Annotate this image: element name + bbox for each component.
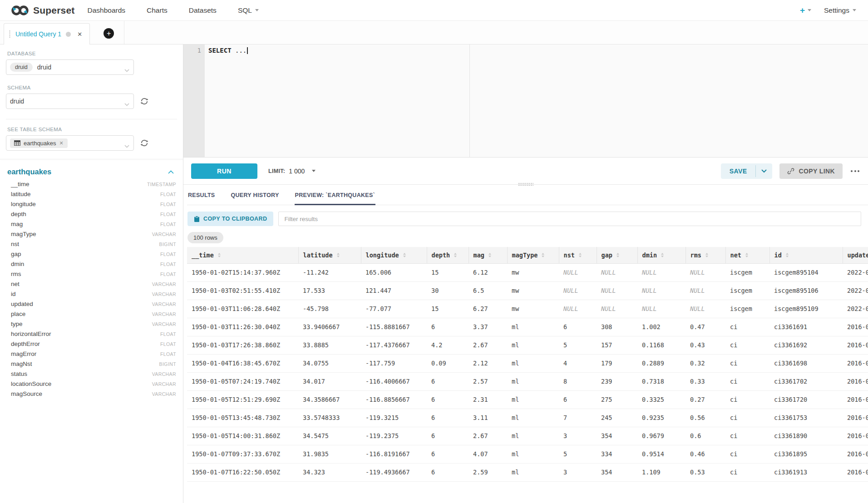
collapse-table-icon[interactable] (166, 169, 176, 175)
column-type: TIMESTAMP (147, 182, 176, 187)
table-cell: 6 (427, 445, 469, 463)
column-name: updated (11, 301, 33, 307)
column-name: gap (11, 251, 21, 257)
results-controls: COPY TO CLIPBOARD (187, 212, 861, 226)
tab-results[interactable]: RESULTS (187, 192, 216, 205)
copy-link-label: COPY LINK (799, 168, 835, 175)
grid-column-header-time[interactable]: __time (187, 247, 298, 263)
grid-column-header-updated[interactable]: updated (843, 247, 868, 263)
limit-dropdown[interactable]: LIMIT: 1 000 (268, 168, 316, 175)
refresh-schemas-icon[interactable] (140, 97, 148, 105)
column-type: FLOAT (160, 212, 176, 217)
column-name: type (11, 321, 23, 327)
sort-icon[interactable] (616, 253, 619, 258)
schema-column-row: dminFLOAT (6, 261, 177, 271)
grid-column-header-longitude[interactable]: longitude (361, 247, 427, 263)
table-cell: 0.46 (686, 445, 725, 463)
remove-table-icon[interactable]: ✕ (59, 140, 64, 146)
tab-query-history[interactable]: QUERY HISTORY (231, 192, 280, 205)
column-name: magSource (11, 390, 42, 397)
table-cell: 2.12 (469, 354, 507, 372)
table-cell: 0.9514 (637, 445, 686, 463)
table-cell: ci3361720 (769, 390, 843, 409)
column-type: VARCHAR (152, 291, 176, 297)
table-cell: 0.2889 (637, 354, 686, 372)
grid-column-header-net[interactable]: net (725, 247, 769, 263)
close-tab-icon[interactable]: ✕ (77, 31, 82, 38)
nav-charts[interactable]: Charts (147, 6, 168, 15)
column-type: VARCHAR (152, 321, 176, 327)
column-name: latitude (11, 191, 31, 197)
nav-sql-menu[interactable]: SQL (238, 6, 259, 15)
sort-icon[interactable] (454, 253, 457, 258)
save-button[interactable]: SAVE (721, 163, 756, 179)
sort-icon[interactable] (337, 253, 340, 258)
save-options-button[interactable] (756, 163, 772, 179)
table-cell: ml (507, 463, 559, 481)
drag-handle-icon[interactable] (9, 30, 11, 38)
sql-editor[interactable]: 1 SELECT ... (183, 44, 868, 158)
grid-column-header-latitude[interactable]: latitude (298, 247, 361, 263)
column-name: horizontalError (11, 330, 51, 337)
grid-column-header-mag[interactable]: mag (469, 247, 507, 263)
copy-link-button[interactable]: COPY LINK (779, 163, 843, 179)
query-tab-active[interactable]: Untitled Query 1 ✕ (4, 23, 90, 44)
table-select[interactable]: earthquakes ✕ (6, 135, 134, 151)
database-select[interactable]: druid druid (6, 59, 134, 75)
table-cell: 245 (597, 409, 637, 427)
column-type: VARCHAR (152, 371, 176, 377)
settings-menu[interactable]: Settings (824, 6, 856, 15)
table-row: 1950-01-05T14:00:31.860Z34.5475-119.2375… (187, 427, 868, 445)
pane-resize-handle[interactable] (518, 182, 533, 187)
add-query-tab-button[interactable]: + (104, 28, 114, 39)
table-cell: 15 (427, 300, 469, 318)
more-actions-icon[interactable] (850, 168, 860, 175)
nav-dashboards[interactable]: Dashboards (87, 6, 125, 15)
table-cell: 6.12 (469, 263, 507, 281)
grid-column-header-depth[interactable]: depth (427, 247, 469, 263)
table-cell: 0.43 (686, 336, 725, 354)
new-item-button[interactable]: + (800, 5, 811, 15)
sort-icon[interactable] (403, 253, 406, 258)
table-cell: ci3361890 (769, 427, 843, 445)
sort-icon[interactable] (579, 253, 582, 258)
grid-column-header-gap[interactable]: gap (597, 247, 637, 263)
filter-results-input[interactable] (278, 212, 861, 226)
table-cell: 121.447 (361, 281, 427, 300)
nav-datasets[interactable]: Datasets (189, 6, 217, 15)
grid-column-header-dmin[interactable]: dmin (637, 247, 686, 263)
toolbar-right: SAVE COPY LINK (721, 163, 860, 179)
run-button[interactable]: RUN (191, 163, 257, 179)
table-cell: 165.006 (361, 263, 427, 281)
refresh-tables-icon[interactable] (140, 139, 148, 147)
chevron-down-icon (255, 9, 259, 11)
sort-icon[interactable] (488, 253, 491, 258)
table-cell: 2016-0 (843, 318, 868, 336)
sort-icon[interactable] (705, 253, 708, 258)
column-name: magError (11, 350, 36, 357)
grid-column-header-nst[interactable]: nst (559, 247, 597, 263)
sort-icon[interactable] (786, 253, 789, 258)
sort-icon[interactable] (542, 253, 544, 258)
tab-preview-earthquakes[interactable]: PREVIEW: `EARTHQUAKES` (295, 192, 376, 205)
grid-column-header-id[interactable]: id (769, 247, 843, 263)
column-type: FLOAT (160, 271, 176, 277)
table-cell: 2022-0 (843, 281, 868, 300)
sort-icon[interactable] (745, 253, 748, 258)
superset-logo[interactable]: Superset (11, 5, 74, 16)
grid-column-header-rms[interactable]: rms (686, 247, 725, 263)
table-cell: ci (725, 445, 769, 463)
copy-to-clipboard-button[interactable]: COPY TO CLIPBOARD (187, 212, 273, 226)
table-cell: 0.47 (686, 318, 725, 336)
schema-select[interactable]: druid (6, 94, 134, 109)
schema-column-row: idVARCHAR (6, 291, 177, 301)
sort-icon[interactable] (218, 253, 221, 258)
grid-column-header-magType[interactable]: magType (507, 247, 559, 263)
limit-label: LIMIT: (268, 168, 285, 174)
column-type: FLOAT (160, 202, 176, 207)
sql-code-line[interactable]: SELECT ... (205, 46, 248, 55)
table-cell: iscgem895104 (769, 263, 843, 281)
grid-header-label: latitude (303, 252, 333, 259)
sort-icon[interactable] (661, 253, 664, 258)
column-type: FLOAT (160, 331, 176, 337)
